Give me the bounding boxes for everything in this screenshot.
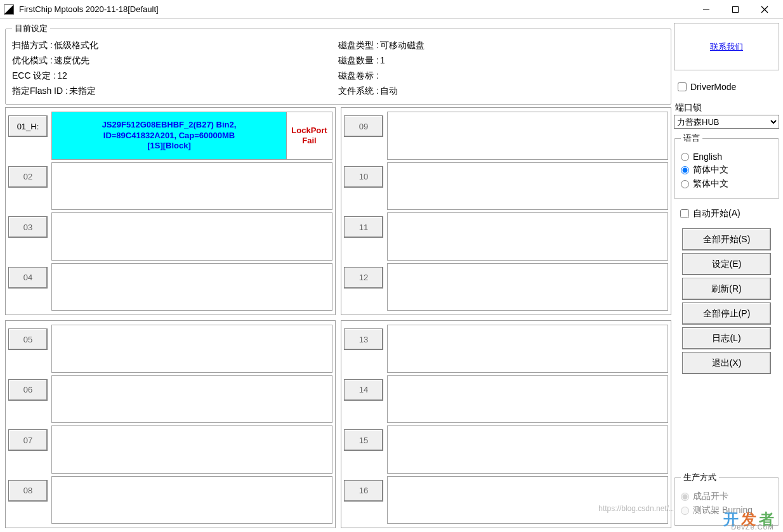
settings-key: 优化模式 : xyxy=(12,55,53,67)
app-icon xyxy=(4,4,14,15)
settings-key: 磁盘类型 : xyxy=(338,40,379,51)
slot-button-09[interactable]: 09 xyxy=(344,115,383,137)
settings-value: 12 xyxy=(57,70,67,82)
slot-button-08[interactable]: 08 xyxy=(8,480,48,502)
slot-row: 15 xyxy=(344,425,668,474)
port-lock-label: 端口锁 xyxy=(675,102,779,114)
contact-link[interactable]: 联系我们 xyxy=(710,41,743,53)
settings-value: 1 xyxy=(380,55,385,67)
settings-value: 自动 xyxy=(380,86,398,97)
side-button[interactable]: 退出(X) xyxy=(682,352,771,374)
slot-button-03[interactable]: 03 xyxy=(8,216,48,238)
slot-button-12[interactable]: 12 xyxy=(344,267,383,289)
language-option-label: 简体中文 xyxy=(693,164,728,176)
settings-legend: 目前设定 xyxy=(12,23,50,34)
side-button[interactable]: 设定(E) xyxy=(682,253,771,275)
window-title: FirstChip Mptools 2020-11-18[Default] xyxy=(19,4,692,14)
port-lock-select[interactable]: 力普森HUB xyxy=(674,115,779,129)
slot-row: 09 xyxy=(344,112,668,160)
slot-body xyxy=(387,212,668,261)
production-radio xyxy=(681,507,689,515)
minimize-button[interactable] xyxy=(692,0,721,19)
slot-panel-1: 01_H:JS29F512G08EBHBF_2(B27) Bin2,ID=89C… xyxy=(5,107,336,315)
slot-button-15[interactable]: 15 xyxy=(344,429,383,451)
settings-group: 目前设定 扫描方式 : 低级格式化优化模式 : 速度优先ECC 设定 : 12指… xyxy=(5,23,671,105)
production-legend: 生产方式 xyxy=(681,472,719,483)
settings-value: 可移动磁盘 xyxy=(380,40,424,51)
production-option-label: 测试架 Burning xyxy=(693,505,753,516)
maximize-button[interactable] xyxy=(721,0,750,19)
slot-info: JS29F512G08EBHBF_2(B27) Bin2,ID=89C41832… xyxy=(52,112,286,159)
slot-row: 02 xyxy=(8,162,332,211)
titlebar: FirstChip Mptools 2020-11-18[Default] xyxy=(0,0,783,19)
slot-button-01_H:[interactable]: 01_H: xyxy=(8,115,48,137)
slot-body xyxy=(387,375,668,424)
contact-box: 联系我们 xyxy=(674,23,779,70)
driver-mode-checkbox[interactable] xyxy=(678,82,687,91)
slot-row: 07 xyxy=(8,425,332,474)
slot-body xyxy=(387,325,668,373)
slot-button-05[interactable]: 05 xyxy=(8,328,48,350)
slot-button-02[interactable]: 02 xyxy=(8,166,48,188)
language-group: 语言 English简体中文繁体中文 xyxy=(674,133,779,199)
slot-status: LockPortFail xyxy=(286,112,332,159)
language-option-label: 繁体中文 xyxy=(693,178,728,190)
settings-row: 扫描方式 : 低级格式化 xyxy=(12,38,338,53)
side-button[interactable]: 刷新(R) xyxy=(682,278,771,300)
slot-panel-3: 09101112 xyxy=(341,107,671,315)
slot-row: 04 xyxy=(8,263,332,311)
slot-body xyxy=(387,112,668,160)
slot-body xyxy=(51,375,332,424)
slot-row: 16 xyxy=(344,476,668,524)
slot-button-07[interactable]: 07 xyxy=(8,429,48,451)
language-radio[interactable] xyxy=(681,166,689,174)
slot-row: 14 xyxy=(344,375,668,424)
slot-button-10[interactable]: 10 xyxy=(344,166,383,188)
slot-button-11[interactable]: 11 xyxy=(344,216,383,238)
language-radio[interactable] xyxy=(681,153,689,161)
settings-value: 低级格式化 xyxy=(54,40,98,51)
settings-key: 扫描方式 : xyxy=(12,40,53,51)
slot-row: 13 xyxy=(344,325,668,373)
settings-key: ECC 设定 : xyxy=(12,70,56,82)
slot-button-06[interactable]: 06 xyxy=(8,379,48,401)
settings-key: 指定Flash ID : xyxy=(12,86,68,97)
slot-button-13[interactable]: 13 xyxy=(344,328,383,350)
slot-body xyxy=(51,162,332,211)
slot-row: 10 xyxy=(344,162,668,211)
slot-button-16[interactable]: 16 xyxy=(344,480,383,502)
production-option-label: 成品开卡 xyxy=(693,491,728,502)
close-button[interactable] xyxy=(750,0,779,19)
svg-rect-1 xyxy=(733,6,739,12)
slot-body xyxy=(51,212,332,261)
settings-row: 优化模式 : 速度优先 xyxy=(12,53,338,68)
slot-body xyxy=(387,263,668,311)
slot-row: 11 xyxy=(344,212,668,261)
side-button[interactable]: 全部停止(P) xyxy=(682,302,771,325)
settings-row: ECC 设定 : 12 xyxy=(12,68,338,84)
language-legend: 语言 xyxy=(681,133,702,144)
slot-body xyxy=(51,476,332,524)
settings-value: 未指定 xyxy=(69,86,96,97)
slot-row: 05 xyxy=(8,325,332,373)
settings-value: 速度优先 xyxy=(54,55,89,67)
settings-row: 磁盘类型 : 可移动磁盘 xyxy=(338,38,664,53)
production-group: 生产方式 成品开卡测试架 Burning xyxy=(674,472,779,526)
slot-panel-4: 13141516 xyxy=(341,320,671,528)
slot-row: 06 xyxy=(8,375,332,424)
auto-start-label: 自动开始(A) xyxy=(693,208,740,219)
side-button[interactable]: 全部开始(S) xyxy=(682,228,771,250)
slot-body xyxy=(387,476,668,524)
settings-row: 文件系统 : 自动 xyxy=(338,84,664,99)
slot-button-04[interactable]: 04 xyxy=(8,267,48,289)
language-radio[interactable] xyxy=(681,180,689,188)
settings-row: 磁盘数量 : 1 xyxy=(338,53,664,68)
side-button[interactable]: 日志(L) xyxy=(682,327,771,349)
auto-start-checkbox[interactable] xyxy=(680,209,689,218)
slot-body xyxy=(51,325,332,373)
slot-row: 08 xyxy=(8,476,332,524)
slot-button-14[interactable]: 14 xyxy=(344,379,383,401)
slot-row: 12 xyxy=(344,263,668,311)
driver-mode-label: DriverMode xyxy=(690,82,736,92)
slot-body xyxy=(51,263,332,311)
